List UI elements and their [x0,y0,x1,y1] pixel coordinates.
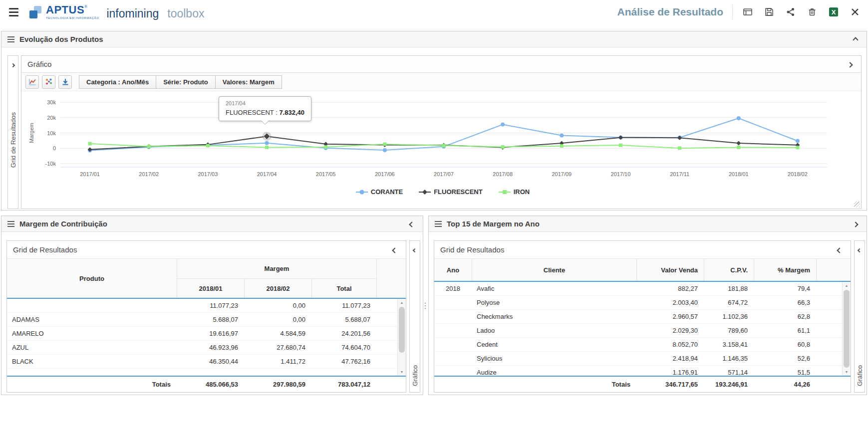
chart-type-button[interactable] [25,75,39,89]
column-header-cliente[interactable]: Cliente [472,259,636,281]
collapse-right-button[interactable] [845,58,855,71]
panel-title: Margem de Contribuição [19,219,107,228]
column-group-margem[interactable]: Margem [177,259,376,279]
chart-tooltip: 2017/04 FLUORESCENT : 7.832,40 [219,96,311,121]
cell-ano [434,338,472,351]
collapsed-panel-tab-grafico[interactable]: Gráfico [854,240,865,393]
serie-button[interactable]: Série: Produto [156,75,216,89]
column-header-cpv[interactable]: C.P.V. [704,259,754,281]
table-header: Produto Margem 2018/01 2018/02 Total [7,259,406,299]
chart-legend: CORANTEFLUORESCENTIRON [25,188,860,196]
table-row[interactable]: 11.077,230,0011.077,23 [7,299,406,313]
cell-valor: 2.418,94 [636,352,704,365]
table-row[interactable]: 2018Avafic882,27181,8879,4 [434,282,851,296]
svg-text:0: 0 [53,145,56,151]
table-row[interactable]: Polyose2.003,40674,7266,3 [434,296,851,310]
column-header-filler [816,259,851,281]
window-icon[interactable] [742,6,754,18]
chevron-left-icon [392,247,397,253]
share-icon[interactable] [785,6,797,18]
grid-title: Grid de Resultados [13,245,77,254]
column-header-ano[interactable]: Ano [434,259,472,281]
cell-valor: 2.003,40 [636,296,704,309]
cell-produto: BLACK [7,355,177,368]
collapsed-tab-label: Gráfico [411,365,419,386]
cell-v2: 0,00 [244,313,311,326]
panel-body: Grid de Resultados Ano Cliente Valor Ven… [429,232,867,393]
column-header-margem[interactable]: % Margem [754,259,816,281]
save-icon[interactable] [763,6,775,18]
panel-menu-icon[interactable] [7,221,14,227]
collapsed-panel-tab-grid-de-resultados[interactable]: Grid de Resultados [7,55,18,209]
table-row[interactable]: BLACK46.350,441.411,7247.762,16 [7,355,406,369]
chart-options-button[interactable] [42,75,55,89]
footer-label: Totais [7,377,177,392]
vertical-scrollbar[interactable]: ▲ ▼ [842,282,851,376]
column-header-total[interactable]: Total [311,279,376,298]
table-row[interactable]: AMARELO19.616,974.584,5924.201,56 [7,327,406,341]
collapsed-panel-tab-grafico[interactable]: Gráfico [409,240,420,393]
cell-total: 47.762,16 [311,355,376,368]
expand-left-button[interactable] [858,241,861,256]
cell-v1: 5.688,07 [177,313,244,326]
svg-text:2017/08: 2017/08 [493,171,513,177]
table-row[interactable]: AZUL46.923,9627.680,7474.604,70 [7,341,406,355]
cell-v1: 46.350,44 [177,355,244,368]
scroll-up-button[interactable]: ▲ [843,282,851,289]
resize-grip-icon[interactable] [854,202,860,208]
collapse-left-button[interactable] [390,243,400,256]
cell-cpv: 571,14 [704,366,754,376]
grid-header: Grid de Resultados [7,241,406,259]
table-row[interactable]: Ladoo2.029,30789,6061,1 [434,324,851,338]
chart-toolbar: Categoria : Ano/Mês Série: Produto Valor… [21,73,861,91]
product-suffix: toolbox [167,8,204,19]
close-icon[interactable] [849,6,861,18]
legend-item-fluorescent[interactable]: FLUORESCENT [419,188,483,196]
cell-margem: 62,8 [754,310,816,323]
cell-margem: 66,3 [754,296,816,309]
panel-menu-icon[interactable] [435,221,442,227]
valores-button[interactable]: Valores: Margem [215,75,282,89]
collapse-right-button[interactable] [851,218,861,230]
collapse-left-button[interactable] [835,243,845,256]
scroll-down-button[interactable]: ▼ [398,368,406,376]
scrollbar-thumb[interactable] [844,290,850,368]
column-header-produto[interactable]: Produto [7,259,177,298]
scroll-up-button[interactable]: ▲ [398,299,406,306]
panel-menu-icon[interactable] [7,36,14,42]
cell-produto [7,299,177,312]
collapse-left-button[interactable] [407,218,417,230]
table-row[interactable]: ADAMAS5.688,070,005.688,07 [7,313,406,327]
categoria-button[interactable]: Categoria : Ano/Mês [79,75,156,89]
table-row[interactable]: Sylicious2.418,941.146,3552,6 [434,352,851,366]
download-button[interactable] [58,75,72,89]
legend-item-iron[interactable]: IRON [499,188,530,196]
expand-right-button[interactable] [11,56,14,71]
excel-icon[interactable]: X [828,6,840,18]
column-header-201802[interactable]: 2018/02 [244,279,311,298]
legend-label: CORANTE [371,188,403,196]
download-icon [61,78,69,86]
vertical-scrollbar[interactable]: ▲ ▼ [397,299,406,376]
aptus-cube-icon [28,5,42,19]
legend-marker-icon [499,189,511,195]
panel-splitter[interactable]: ⋮ [422,216,428,395]
cell-margem: 60,8 [754,338,816,351]
column-header-valor-venda[interactable]: Valor Venda [636,259,704,281]
expand-left-button[interactable] [413,241,416,256]
legend-item-corante[interactable]: CORANTE [356,188,403,196]
table-row[interactable]: Cedent8.052,703.158,4160,8 [434,338,851,352]
hamburger-menu-icon[interactable] [7,6,20,18]
pivot-buttons: Categoria : Ano/Mês Série: Produto Valor… [79,75,282,89]
column-header-201801[interactable]: 2018/01 [177,279,244,298]
trash-icon[interactable] [806,6,818,18]
table-row[interactable]: Checkmarks2.960,571.102,3662,8 [434,310,851,324]
svg-text:2017/02: 2017/02 [139,171,159,177]
table-row[interactable]: Audize1.176,91571,1451,5 [434,366,851,376]
cell-total: 24.201,56 [311,327,376,340]
collapse-up-button[interactable] [851,33,861,46]
page-title: Análise de Resultado [617,6,723,18]
scroll-down-button[interactable]: ▼ [843,368,851,376]
scrollbar-thumb[interactable] [399,307,405,353]
panel-header: Evolução dos Produtos [1,31,867,47]
